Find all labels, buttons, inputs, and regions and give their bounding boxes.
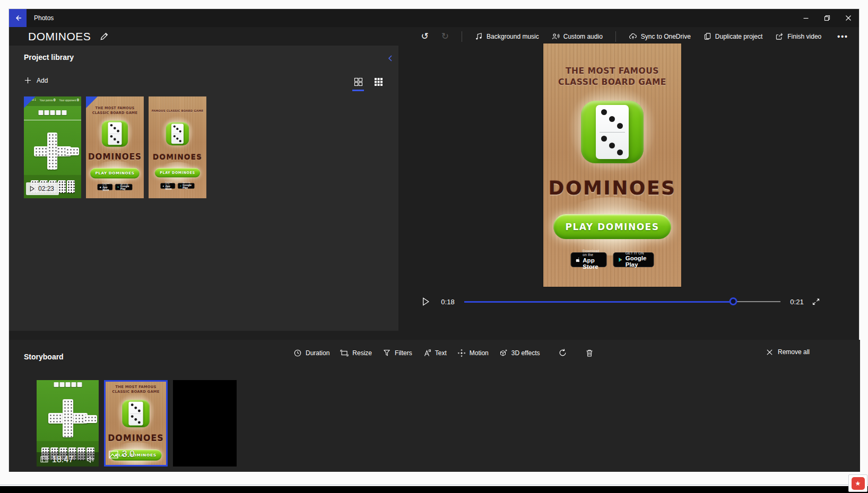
collapse-panel-button[interactable]: [387, 54, 393, 63]
motion-button[interactable]: Motion: [457, 349, 489, 357]
storyboard-panel: Storyboard Duration Resize Filters Text: [9, 340, 860, 472]
library-item-video[interactable]: Round 1 Your points 0 Your opponent 0: [24, 96, 81, 198]
small-grid-view-button[interactable]: [372, 75, 385, 88]
edit-title-pencil-icon[interactable]: [99, 32, 109, 41]
total-time: 0:21: [788, 298, 806, 306]
resize-label: Resize: [352, 349, 372, 357]
google-play-icon: [619, 256, 623, 263]
storyboard-clip-black[interactable]: [173, 380, 237, 466]
domino-tile: [83, 415, 97, 423]
add-button[interactable]: Add: [24, 76, 48, 84]
custom-audio-label: Custom audio: [563, 33, 603, 40]
google-play-icon: [117, 186, 119, 189]
motion-label: Motion: [470, 349, 489, 357]
google-play-badge: GET IT ONGoogle Play: [115, 184, 132, 190]
header: DOMINOES ↺ ↻ Background music Custom aud…: [9, 27, 859, 46]
apple-logo-icon: [576, 256, 580, 263]
storyboard-title: Storyboard: [24, 353, 64, 361]
custom-audio-button[interactable]: Custom audio: [552, 32, 603, 40]
page: Photos DOMINOES ↺ ↻: [0, 0, 868, 493]
duration-label: Duration: [306, 349, 329, 357]
library-item-poster[interactable]: THE MOST FAMOUSCLASSIC BOARD GAME DOMINO…: [86, 96, 144, 198]
poster-artwork-alt: FAMOUS CLASSIC BOARD GAME DOMINOES P: [149, 96, 206, 198]
app-store-badge: Download on theApp Store: [160, 183, 175, 188]
background-music-label: Background music: [487, 33, 539, 40]
3d-effects-button[interactable]: 3D effects: [499, 349, 540, 357]
finish-video-label: Finish video: [787, 33, 821, 40]
close-button[interactable]: [838, 9, 859, 27]
speaker-icon: [86, 456, 95, 463]
sync-to-onedrive-button[interactable]: Sync to OneDrive: [629, 32, 691, 40]
playback-controls: 0:18 0:21: [419, 293, 823, 310]
project-title-row: DOMINOES: [28, 27, 109, 46]
share-export-icon: [775, 32, 784, 40]
clock-icon: [293, 349, 302, 357]
current-time: 0:18: [439, 298, 457, 306]
film-icon: [40, 456, 48, 463]
page-divider-line: [0, 485, 868, 485]
play-dominoes-button-art: PLAY DOMINOES: [155, 168, 200, 178]
storyboard-clips: 18.47 THE MOST FAMOUSCLASSIC BOARD GAME: [37, 380, 237, 466]
back-button[interactable]: [9, 9, 27, 27]
board-line: [24, 120, 81, 120]
favorite-shortcut[interactable]: ★: [848, 474, 867, 492]
library-thumbnails: Round 1 Your points 0 Your opponent 0: [24, 96, 206, 198]
resize-button[interactable]: Resize: [340, 349, 372, 357]
play-button[interactable]: [419, 297, 432, 306]
seek-fill: [464, 301, 733, 303]
music-note-icon: [475, 32, 483, 40]
remove-all-label: Remove all: [778, 348, 810, 356]
x-icon: [766, 349, 773, 356]
app-title: Photos: [34, 9, 54, 27]
text-button[interactable]: Text: [423, 349, 447, 357]
filter-icon: [383, 349, 391, 357]
large-grid-view-button[interactable]: [352, 75, 364, 88]
star-icon: ★: [852, 477, 865, 490]
played-tiles-row: [39, 110, 67, 115]
domino-tile: [63, 399, 73, 437]
seek-thumb[interactable]: [729, 297, 737, 305]
duplicate-icon: [704, 32, 711, 40]
remove-all-button[interactable]: Remove all: [766, 348, 810, 356]
window-controls: [795, 9, 859, 27]
undo-button[interactable]: ↺: [421, 31, 429, 42]
filters-button[interactable]: Filters: [383, 349, 412, 357]
in-storyboard-flag: [86, 96, 98, 108]
plus-icon: [24, 76, 32, 84]
fullscreen-button[interactable]: [809, 297, 823, 306]
in-storyboard-flag: [24, 96, 36, 108]
titlebar: Photos: [9, 9, 859, 27]
delete-button[interactable]: [585, 349, 594, 357]
back-arrow-icon: [14, 14, 22, 22]
duplicate-project-label: Duplicate project: [715, 33, 762, 40]
background-music-button[interactable]: Background music: [475, 32, 539, 40]
more-options-button[interactable]: •••: [834, 32, 852, 41]
clip-duration: 18.47: [52, 455, 83, 464]
duration-button[interactable]: Duration: [293, 349, 329, 357]
poster-artwork: THE MOST FAMOUSCLASSIC BOARD GAME DOMINO…: [86, 96, 144, 198]
clip-duration: 3.0: [122, 449, 135, 460]
app-store-badge: Download on theApp Store: [98, 184, 113, 190]
project-library-title: Project library: [24, 53, 74, 61]
apple-logo-icon: [163, 184, 164, 187]
library-item-poster-alt[interactable]: FAMOUS CLASSIC BOARD GAME DOMINOES P: [149, 96, 206, 198]
restore-button[interactable]: [817, 9, 838, 27]
storyboard-clip-video[interactable]: 18.47: [37, 380, 99, 466]
play-icon: [421, 297, 430, 306]
rotate-button[interactable]: [558, 348, 567, 357]
duplicate-project-button[interactable]: Duplicate project: [704, 32, 762, 40]
seek-bar[interactable]: [464, 296, 780, 307]
video-duration-badge: 02:23: [26, 182, 59, 195]
close-icon: [845, 14, 852, 22]
image-icon: [109, 451, 118, 459]
dominoes-app-icon: [581, 101, 644, 163]
storyboard-clip-image-selected[interactable]: THE MOST FAMOUSCLASSIC BOARD GAME DOMINO…: [104, 380, 168, 466]
finish-video-button[interactable]: Finish video: [775, 32, 821, 40]
resize-icon: [340, 349, 349, 357]
minimize-button[interactable]: [795, 9, 817, 27]
filters-label: Filters: [395, 349, 412, 357]
redo-button[interactable]: ↻: [441, 31, 449, 42]
dominoes-app-icon: [166, 122, 189, 146]
bottom-black-bar: [0, 486, 868, 493]
google-play-icon: [180, 184, 181, 187]
